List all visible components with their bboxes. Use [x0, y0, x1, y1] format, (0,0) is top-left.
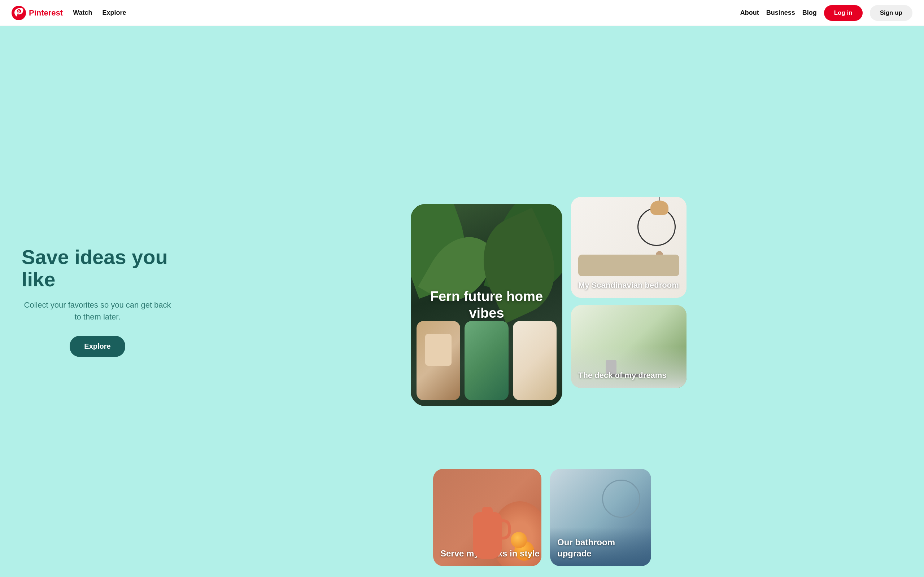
pin-bathroom[interactable]: Our bathroom upgrade — [550, 469, 651, 566]
nav-about[interactable]: About — [740, 9, 759, 16]
brand-name: Pinterest — [29, 8, 63, 18]
nav-business[interactable]: Business — [766, 9, 795, 16]
hero-title: Save ideas you like — [22, 246, 173, 290]
logo[interactable]: Pinterest — [11, 6, 63, 20]
orange-fruit-2-icon — [511, 532, 527, 548]
pitcher-icon — [473, 512, 502, 559]
pin-bathroom-label: Our bathroom upgrade — [557, 537, 651, 559]
pin-bottom-row: Serve my drinks in style Our bathroom up… — [433, 469, 651, 566]
explore-button[interactable]: Explore — [69, 336, 125, 357]
sub-image-bedroom — [417, 321, 460, 400]
login-button[interactable]: Log in — [824, 5, 863, 21]
navbar-left: Pinterest Watch Explore — [11, 6, 740, 20]
pin-drinks[interactable]: Serve my drinks in style — [433, 469, 541, 566]
nav-watch[interactable]: Watch — [73, 9, 92, 16]
sub-image-room — [513, 321, 557, 400]
pin-scandinavian[interactable]: My Scandinavian bedroom — [571, 197, 687, 298]
pin-fern-subimages — [411, 315, 562, 406]
sub-image-lounge — [465, 321, 508, 400]
pin-fern[interactable]: Fern future home vibes — [411, 204, 562, 406]
navbar: Pinterest Watch Explore About Business B… — [0, 0, 924, 26]
pin-deck-label: The deck of my dreams — [578, 371, 667, 381]
nav-explore[interactable]: Explore — [102, 9, 126, 16]
hero-content: Save ideas you like Collect your favorit… — [22, 246, 173, 357]
pin-right-column: My Scandinavian bedroom The deck of my d… — [571, 197, 687, 388]
hero-subtitle: Collect your favorites so you can get ba… — [22, 299, 173, 323]
pin-deck[interactable]: The deck of my dreams — [571, 305, 687, 388]
person-silhouette-icon — [654, 258, 665, 276]
pin-fern-label: Fern future home vibes — [418, 288, 555, 321]
pinterest-logo-icon — [11, 6, 26, 20]
pins-area: Fern future home vibes My Scandinavian b… — [173, 197, 902, 406]
nav-blog[interactable]: Blog — [802, 9, 817, 16]
signup-button[interactable]: Sign up — [870, 5, 913, 21]
pin-scandinavian-label: My Scandinavian bedroom — [578, 280, 679, 291]
hero-section: Save ideas you like Collect your favorit… — [0, 26, 924, 577]
navbar-right: About Business Blog Log in Sign up — [740, 5, 913, 21]
pendant-lamp-icon — [650, 200, 669, 215]
